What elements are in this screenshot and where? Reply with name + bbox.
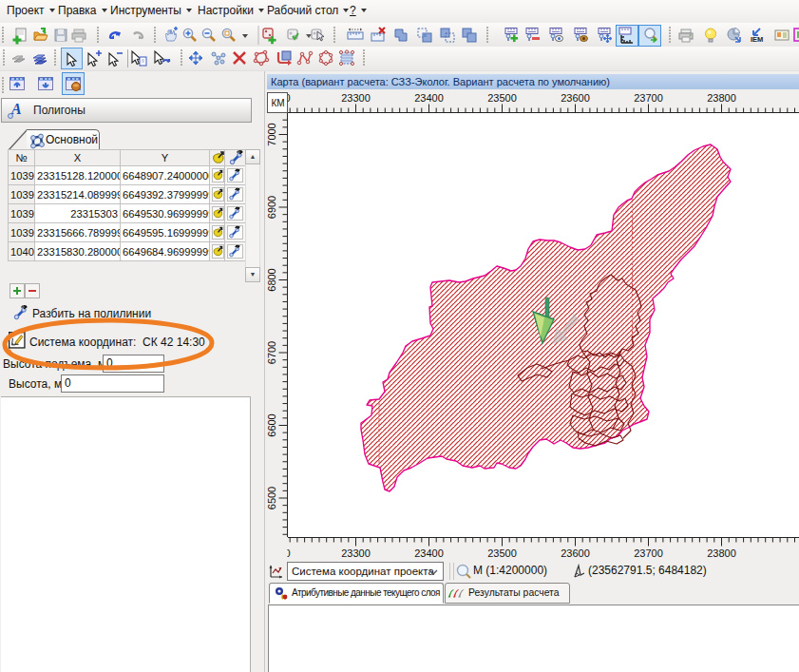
svg-text:23800: 23800 (707, 547, 736, 559)
svg-text:КМ: КМ (272, 98, 285, 108)
svg-text:7000: 7000 (266, 123, 277, 145)
svg-text:IEM: IEM (751, 35, 763, 44)
svg-text:23400: 23400 (414, 547, 444, 559)
svg-text:23700: 23700 (634, 92, 663, 104)
svg-text:23600: 23600 (561, 547, 590, 559)
svg-text:6500: 6500 (266, 487, 277, 509)
svg-text:23300: 23300 (341, 92, 371, 104)
svg-text:23700: 23700 (634, 547, 663, 559)
svg-text:23400: 23400 (414, 92, 444, 104)
svg-text:23800: 23800 (707, 92, 736, 104)
svg-text:23500: 23500 (487, 92, 517, 104)
svg-text:6600: 6600 (266, 413, 277, 436)
svg-text:6900: 6900 (266, 196, 277, 219)
svg-text:6700: 6700 (266, 341, 277, 364)
svg-text:23600: 23600 (561, 92, 590, 104)
svg-text:23500: 23500 (487, 547, 517, 559)
svg-text:23300: 23300 (341, 547, 371, 559)
svg-text:6800: 6800 (266, 268, 277, 291)
